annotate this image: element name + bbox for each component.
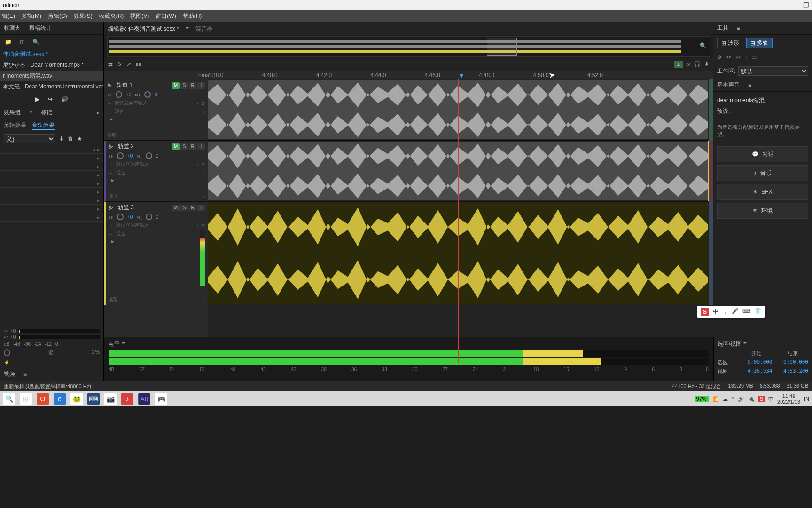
overview-navigator[interactable]: 🔍 — [107, 36, 710, 57]
tray-date[interactable]: 2022/1/13 — [777, 399, 800, 405]
file-item[interactable]: 本文纪 - Dear Moments instrumental versio — [0, 81, 103, 92]
play-icon[interactable]: ▶ — [35, 96, 39, 103]
taskbar-app-icon[interactable]: 🎮 — [155, 393, 167, 405]
output-gain-value[interactable]: +0 — [10, 334, 16, 340]
tray-up-icon[interactable]: ^ — [732, 396, 734, 402]
fx-slot[interactable]: ▸ — [0, 205, 103, 213]
monitor-button[interactable]: I — [197, 82, 205, 89]
ime-keyboard-icon[interactable]: ⌨ — [742, 308, 750, 316]
tab-effects-rack[interactable]: 效果组 — [4, 109, 21, 117]
loop-icon[interactable]: ⇄ — [108, 61, 113, 68]
taskbar-netease-icon[interactable]: ♪ — [121, 393, 133, 405]
taskbar-audition-icon[interactable]: Au — [138, 393, 150, 405]
metronome-icon[interactable]: ▲ — [674, 61, 683, 68]
overview-viewport[interactable] — [487, 38, 517, 56]
tray-ime-lang[interactable]: 中 — [768, 396, 773, 403]
playhead[interactable] — [458, 79, 459, 363]
menu-edit[interactable]: 辑(E) — [2, 12, 15, 20]
ime-logo-icon[interactable]: S — [701, 308, 709, 316]
ime-voice-icon[interactable]: 🎤 — [732, 308, 739, 316]
taskbar-app-icon[interactable]: 📷 — [104, 393, 117, 405]
taskbar-taskview-icon[interactable]: ⊞ — [20, 393, 32, 405]
tab-amplitude[interactable]: 振幅统计 — [29, 24, 52, 32]
ime-punct[interactable]: ， — [722, 308, 728, 316]
pan-knob[interactable] — [146, 214, 152, 220]
track-handle-icon[interactable]: ⫸ — [109, 205, 114, 211]
ime-lang[interactable]: 中 — [713, 308, 718, 316]
menu-icon[interactable]: ≡ — [23, 371, 27, 378]
track-name[interactable]: 轨道 2 — [118, 143, 168, 151]
dialogue-button[interactable]: 💬对话 — [717, 146, 808, 162]
marquee-icon[interactable]: ▭ — [751, 54, 757, 61]
razor-tool-icon[interactable]: ✂ — [726, 54, 731, 61]
move-tool-icon[interactable]: ✥ — [717, 54, 722, 61]
collapse-icon[interactable]: ▸ — [107, 115, 205, 123]
view-start[interactable]: 4:36.934 — [741, 368, 773, 375]
menu-icon[interactable]: ≡ — [743, 341, 747, 347]
tab-markers[interactable]: 标记 — [41, 109, 52, 117]
menu-multitrack[interactable]: 多轨(M) — [22, 12, 41, 20]
monitor-button[interactable]: I — [197, 143, 205, 150]
track-name[interactable]: 轨道 3 — [118, 204, 168, 212]
menu-icon[interactable]: ≡ — [121, 341, 125, 347]
file-item[interactable]: 尼ひかる - Dear Moments.mp3 * — [0, 60, 103, 71]
fx-slot[interactable]: ▸ — [0, 171, 103, 179]
menu-favorites[interactable]: 收藏夹(R) — [99, 12, 124, 20]
fx-slot[interactable]: ▸ — [0, 162, 103, 171]
slip-tool-icon[interactable]: ⇔ — [736, 54, 741, 61]
tray-volume-icon[interactable]: 🔊 — [738, 396, 744, 402]
zoom-reset-icon[interactable]: 🔍 — [700, 42, 707, 49]
menu-icon[interactable]: ≡ — [737, 25, 740, 32]
collapse-icon[interactable]: ▸ — [109, 237, 205, 246]
sel-end[interactable]: 0:00.000 — [777, 359, 809, 366]
windows-taskbar[interactable]: 🔍 ⊞ O e 🐸 ⌨ 📷 ♪ Au 🎮 97% 📶 ☁ ^ 🔊 🔌 S 中 1… — [0, 391, 812, 406]
volume-knob[interactable] — [117, 214, 124, 220]
ime-skin-icon[interactable]: 👕 — [754, 308, 761, 316]
playhead-marker-icon[interactable]: ▼ — [458, 72, 465, 79]
solo-button[interactable]: S — [180, 143, 188, 150]
mute-button[interactable]: M — [172, 82, 180, 89]
levels-title[interactable]: 电平 — [109, 341, 120, 347]
save-preset-icon[interactable]: ⬇ — [59, 135, 64, 142]
send-icon[interactable]: ↗ — [126, 61, 131, 68]
multitrack-view-button[interactable]: ⊟多轨 — [746, 38, 773, 48]
menu-help[interactable]: 帮助(H) — [183, 12, 202, 20]
timeline-ruler[interactable]: hms 4:38.0 4:40.0 4:42.0 4:44.0 4:46.0 4… — [104, 71, 713, 79]
fx-preset-select[interactable]: 义) — [4, 134, 55, 143]
autoplay-icon[interactable]: 🔊 — [61, 96, 68, 103]
delete-preset-icon[interactable]: 🗑 — [68, 135, 73, 142]
essential-sound-title[interactable]: 基本声音 — [717, 81, 740, 89]
arm-button[interactable]: R — [189, 143, 196, 150]
tab-favorites[interactable]: 收藏夹 — [4, 24, 21, 32]
tab-mixer[interactable]: 混音器 — [195, 25, 212, 33]
mute-button[interactable]: M — [172, 143, 180, 150]
ime-toolbar[interactable]: S 中 ， 🎤 ⌨ 👕 — [697, 306, 765, 318]
input-gain-value[interactable]: +0 — [10, 328, 16, 333]
music-button[interactable]: ♪音乐 — [717, 165, 808, 181]
delete-icon[interactable]: 🗑 — [19, 39, 25, 45]
maximize-button[interactable]: ❐ — [803, 1, 809, 9]
search-icon[interactable]: 🔍 — [32, 39, 39, 45]
fx-slot[interactable]: ◂ ▸ — [0, 145, 103, 154]
solo-button[interactable]: S — [180, 205, 188, 211]
menu-window[interactable]: 窗口(W) — [156, 12, 176, 20]
menu-icon[interactable]: ≡ — [186, 25, 189, 32]
volume-knob[interactable] — [116, 91, 122, 98]
eq-icon[interactable]: ⫾⫾ — [136, 61, 141, 68]
selection-title[interactable]: 选区/视图 — [718, 341, 742, 347]
fx-slot[interactable]: ▸ — [0, 188, 103, 196]
mute-button[interactable]: M — [172, 205, 180, 211]
import-icon[interactable]: 📁 — [5, 39, 12, 45]
taskbar-edge-icon[interactable]: e — [54, 393, 66, 405]
file-item[interactable]: 伴消音测试.sesx * — [0, 49, 103, 60]
workspace-select[interactable]: 默认 — [738, 66, 808, 76]
ambience-button[interactable]: ≋环境 — [717, 203, 808, 219]
time-select-icon[interactable]: I — [745, 54, 747, 61]
tray-onedrive-icon[interactable]: ☁ — [723, 396, 728, 402]
pan-knob[interactable] — [144, 91, 151, 98]
menu-clip[interactable]: 剪辑(C) — [48, 12, 67, 20]
monitor-button[interactable]: I — [197, 205, 205, 211]
fx-slot[interactable]: ▸ — [0, 196, 103, 205]
snap-icon[interactable]: ⎋ — [687, 61, 690, 68]
pan-knob[interactable] — [146, 152, 152, 159]
